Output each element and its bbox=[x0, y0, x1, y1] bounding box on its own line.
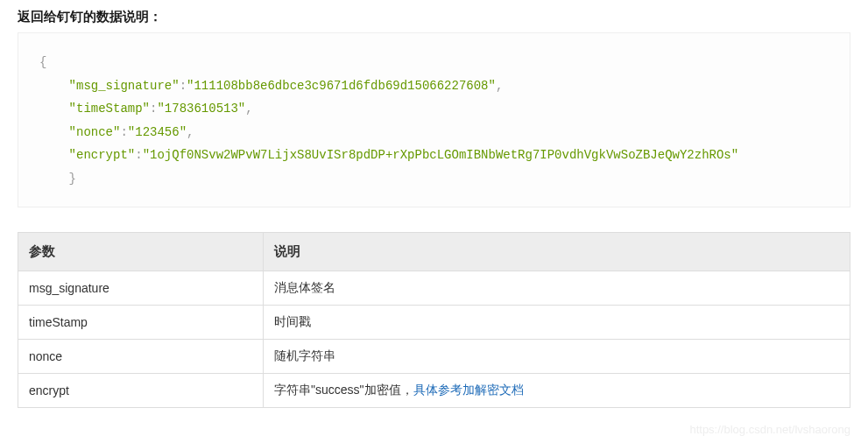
json-colon: : bbox=[135, 148, 142, 162]
json-key: "timeStamp" bbox=[69, 102, 150, 116]
code-scroll-region[interactable]: { "msg_signature":"111108bb8e6dbce3c9671… bbox=[39, 51, 829, 201]
json-comma: , bbox=[496, 79, 503, 93]
cell-param: msg_signature bbox=[18, 271, 264, 305]
json-comma: , bbox=[245, 102, 252, 116]
code-content: { "msg_signature":"111108bb8e6dbce3c9671… bbox=[39, 51, 829, 191]
table-header-desc: 说明 bbox=[264, 232, 850, 271]
cell-desc: 字符串"success"加密值，具体参考加解密文档 bbox=[264, 373, 850, 407]
cell-desc-prefix: 字符串"success"加密值， bbox=[274, 383, 413, 397]
json-value: "1783610513" bbox=[157, 102, 245, 116]
table-row: timeStamp 时间戳 bbox=[18, 305, 850, 339]
json-colon: : bbox=[180, 79, 187, 93]
json-key: "nonce" bbox=[69, 125, 121, 139]
json-key: "encrypt" bbox=[69, 148, 136, 162]
code-block: { "msg_signature":"111108bb8e6dbce3c9671… bbox=[18, 32, 850, 207]
json-colon: : bbox=[120, 125, 127, 139]
table-row: encrypt 字符串"success"加密值，具体参考加解密文档 bbox=[18, 373, 850, 407]
doc-link[interactable]: 具体参考加解密文档 bbox=[413, 383, 524, 397]
cell-desc: 消息体签名 bbox=[264, 271, 850, 305]
watermark: https://blog.csdn.net/lvshaorong bbox=[689, 423, 850, 434]
cell-desc: 时间戳 bbox=[264, 305, 850, 339]
json-comma: , bbox=[187, 125, 194, 139]
json-key: "msg_signature" bbox=[69, 79, 180, 93]
section-title: 返回给钉钉的数据说明： bbox=[18, 9, 850, 25]
table-row: msg_signature 消息体签名 bbox=[18, 271, 850, 305]
table-header-param: 参数 bbox=[18, 232, 264, 271]
cell-desc: 随机字符串 bbox=[264, 339, 850, 373]
param-table: 参数 说明 msg_signature 消息体签名 timeStamp 时间戳 … bbox=[18, 232, 850, 408]
cell-param: timeStamp bbox=[18, 305, 264, 339]
json-value: "111108bb8e6dbce3c9671d6fdb69d1506622760… bbox=[187, 79, 496, 93]
json-value: "123456" bbox=[128, 125, 187, 139]
brace-open: { bbox=[39, 55, 46, 69]
table-row: nonce 随机字符串 bbox=[18, 339, 850, 373]
cell-param: encrypt bbox=[18, 373, 264, 407]
json-value: "1ojQf0NSvw2WPvW7LijxS8UvISr8pdDP+rXpPbc… bbox=[143, 148, 739, 162]
brace-close: } bbox=[69, 172, 76, 186]
cell-param: nonce bbox=[18, 339, 264, 373]
table-header-row: 参数 说明 bbox=[18, 232, 850, 271]
